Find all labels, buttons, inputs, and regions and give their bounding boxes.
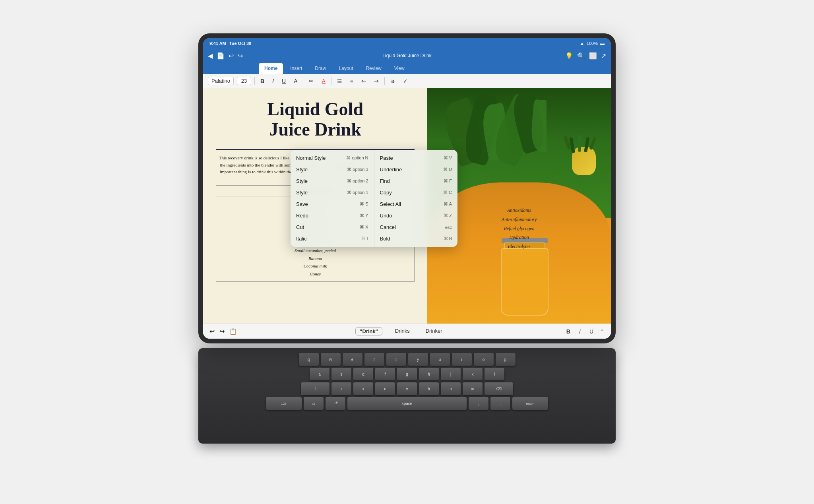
share-icon[interactable]: ⬜ xyxy=(589,52,597,60)
key-backspace[interactable]: ⌫ xyxy=(485,382,513,395)
key-comma[interactable]: , xyxy=(469,397,488,410)
highlight-button[interactable]: ✏ xyxy=(306,77,316,85)
file-icon[interactable]: 📄 xyxy=(217,52,225,60)
lightbulb-icon[interactable]: 💡 xyxy=(565,52,573,60)
bold-button[interactable]: B xyxy=(258,77,267,85)
back-icon[interactable]: ◀ xyxy=(208,52,213,60)
physical-keyboard: q w e r t y u i o p a s d f g h j k l ⇧ … xyxy=(198,348,616,444)
autocomplete-drink-quoted[interactable]: "Drink" xyxy=(355,327,382,335)
menu-copy[interactable]: Copy ⌘ C xyxy=(374,187,458,198)
menu-italic[interactable]: Italic ⌘ I xyxy=(291,233,374,244)
font-size[interactable]: 23 xyxy=(237,77,251,85)
menu-save[interactable]: Save ⌘ S xyxy=(291,198,374,210)
key-g[interactable]: g xyxy=(397,368,417,380)
key-u[interactable]: u xyxy=(430,353,450,366)
underline-button[interactable]: U xyxy=(279,77,288,85)
export-icon[interactable]: ↗ xyxy=(601,52,606,60)
key-return[interactable]: return xyxy=(512,397,548,410)
key-o[interactable]: o xyxy=(474,353,494,366)
key-s[interactable]: s xyxy=(331,368,351,380)
clipboard-icon[interactable]: 📋 xyxy=(229,328,237,335)
keyboard-row-3: ⇧ z x c v b n m ⌫ xyxy=(206,382,608,395)
key-l[interactable]: l xyxy=(485,368,504,380)
status-bar-right: ▲ 100% ▬ xyxy=(580,41,605,46)
key-w[interactable]: w xyxy=(321,353,341,366)
italic-button[interactable]: I xyxy=(270,77,276,85)
key-d[interactable]: d xyxy=(353,368,373,380)
tab-review[interactable]: Review xyxy=(360,63,387,74)
tab-insert[interactable]: Insert xyxy=(285,63,308,74)
key-h[interactable]: h xyxy=(419,368,439,380)
autocomplete-drinker[interactable]: Drinker xyxy=(423,327,446,335)
key-t[interactable]: t xyxy=(386,353,406,366)
key-v[interactable]: v xyxy=(397,382,417,395)
undo-icon[interactable]: ↩ xyxy=(229,52,234,60)
key-r[interactable]: r xyxy=(364,353,384,366)
key-period[interactable]: . xyxy=(490,397,510,410)
bottom-bar-right: B I U ⌃ xyxy=(564,328,605,335)
key-i[interactable]: i xyxy=(452,353,472,366)
key-p[interactable]: p xyxy=(496,353,516,366)
bottom-underline-button[interactable]: U xyxy=(587,328,596,335)
bottom-italic-button[interactable]: I xyxy=(577,328,583,335)
key-m[interactable]: m xyxy=(463,382,483,395)
key-j[interactable]: j xyxy=(441,368,461,380)
increase-indent-button[interactable]: ⇒ xyxy=(372,77,381,85)
redo-bottom-icon[interactable]: ↪ xyxy=(219,328,225,335)
key-k[interactable]: k xyxy=(463,368,483,380)
toolbar: Palatino 23 B I U A ✏ A ☰ ≡ ⇐ ⇒ ≋ ✓ xyxy=(203,74,611,88)
key-a[interactable]: a xyxy=(310,368,329,380)
menu-style-3[interactable]: Style ⌘ option 3 xyxy=(291,164,374,175)
menu-undo[interactable]: Undo ⌘ Z xyxy=(374,210,458,221)
bottom-bold-button[interactable]: B xyxy=(564,328,573,335)
tab-layout[interactable]: Layout xyxy=(333,63,359,74)
tab-home[interactable]: Home xyxy=(259,63,283,74)
bullet-list-button[interactable]: ☰ xyxy=(335,77,345,85)
menu-normal-style[interactable]: Normal Style ⌘ option N xyxy=(291,152,374,164)
key-x[interactable]: x xyxy=(353,382,373,395)
redo-icon[interactable]: ↪ xyxy=(238,52,243,60)
undo-bottom-icon[interactable]: ↩ xyxy=(209,328,215,335)
key-emoji[interactable]: ☺ xyxy=(304,397,324,410)
keyboard-row-1: q w e r t y u i o p xyxy=(206,353,608,366)
autocomplete-drinks[interactable]: Drinks xyxy=(392,327,413,335)
scene: 9:41 AM Tue Oct 30 ▲ 100% ▬ ◀ 📄 ↩ ↪ Liqu… xyxy=(129,33,685,471)
key-z[interactable]: z xyxy=(331,382,351,395)
jar-body xyxy=(501,248,548,316)
toolbar-separator xyxy=(254,77,255,85)
key-f[interactable]: f xyxy=(375,368,395,380)
key-123[interactable]: 123 xyxy=(266,397,302,410)
menu-select-all[interactable]: Select All ⌘ A xyxy=(374,198,458,210)
tab-view[interactable]: View xyxy=(389,63,410,74)
key-shift[interactable]: ⇧ xyxy=(301,382,329,395)
menu-find[interactable]: Find ⌘ F xyxy=(374,175,458,187)
key-n[interactable]: n xyxy=(441,382,461,395)
ipad-screen: 9:41 AM Tue Oct 30 ▲ 100% ▬ ◀ 📄 ↩ ↪ Liqu… xyxy=(203,38,611,339)
key-y[interactable]: y xyxy=(408,353,428,366)
menu-cancel[interactable]: Cancel esc xyxy=(374,221,458,233)
key-e[interactable]: e xyxy=(343,353,362,366)
font-color-button[interactable]: A xyxy=(291,77,300,85)
key-q[interactable]: q xyxy=(299,353,319,366)
menu-bold[interactable]: Bold ⌘ B xyxy=(374,233,458,244)
numbered-list-button[interactable]: ≡ xyxy=(348,77,356,85)
font-selector[interactable]: Palatino xyxy=(208,77,234,85)
menu-style-2[interactable]: Style ⌘ option 2 xyxy=(291,175,374,187)
menu-underline[interactable]: Underline ⌘ U xyxy=(374,164,458,175)
decrease-indent-button[interactable]: ⇐ xyxy=(359,77,368,85)
menu-paste[interactable]: Paste ⌘ V xyxy=(374,152,458,164)
keyboard-row-4: 123 ☺ 🎤 space , . return xyxy=(206,397,608,410)
search-icon[interactable]: 🔍 xyxy=(577,52,585,60)
text-color-button[interactable]: A xyxy=(319,77,328,85)
expand-formatting-icon[interactable]: ⌃ xyxy=(600,328,605,335)
menu-cut[interactable]: Cut ⌘ X xyxy=(291,221,374,233)
menu-redo[interactable]: Redo ⌘ Y xyxy=(291,210,374,221)
key-mic[interactable]: 🎤 xyxy=(326,397,345,410)
key-space[interactable]: space xyxy=(347,397,467,410)
key-c[interactable]: c xyxy=(375,382,395,395)
tab-draw[interactable]: Draw xyxy=(309,63,331,74)
styles-button[interactable]: ≋ xyxy=(388,77,397,85)
key-b[interactable]: b xyxy=(419,382,439,395)
track-changes-button[interactable]: ✓ xyxy=(401,77,410,85)
menu-style-1[interactable]: Style ⌘ option 1 xyxy=(291,187,374,198)
